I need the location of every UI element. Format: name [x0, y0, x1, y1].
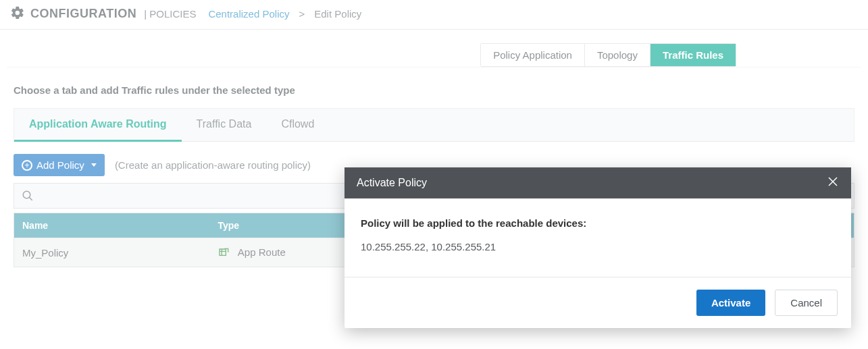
page-title: CONFIGURATION	[30, 7, 136, 21]
breadcrumb-separator: >	[299, 8, 305, 20]
caret-down-icon	[91, 163, 97, 167]
modal-footer: Activate Cancel	[344, 277, 851, 328]
page-header: CONFIGURATION | POLICIES Centralized Pol…	[0, 0, 868, 30]
modal-body-title: Policy will be applied to the reachable …	[361, 217, 835, 229]
add-policy-button[interactable]: + Add Policy	[14, 154, 105, 176]
search-icon	[14, 184, 41, 208]
page-subtitle: | POLICIES	[144, 8, 196, 20]
instruction-text: Choose a tab and add Traffic rules under…	[0, 68, 868, 103]
activate-policy-modal: Activate Policy Policy will be applied t…	[344, 167, 851, 328]
breadcrumb-current: Edit Policy	[314, 8, 361, 20]
cancel-button[interactable]: Cancel	[775, 290, 838, 316]
modal-title: Activate Policy	[357, 177, 427, 189]
subtab-cflowd[interactable]: Cflowd	[266, 109, 329, 141]
modal-close-button[interactable]	[827, 176, 839, 190]
toolbar-hint: (Create an application-aware routing pol…	[115, 159, 311, 171]
subtab-application-aware-routing[interactable]: Application Aware Routing	[14, 109, 182, 142]
modal-header: Activate Policy	[344, 167, 851, 198]
cell-type-text: App Route	[238, 246, 286, 258]
breadcrumb-centralized-policy[interactable]: Centralized Policy	[208, 8, 289, 20]
policy-type-icon	[218, 246, 238, 258]
activate-button[interactable]: Activate	[696, 290, 765, 316]
tab-topology[interactable]: Topology	[585, 44, 650, 66]
svg-point-0	[23, 191, 30, 198]
gear-icon	[10, 5, 25, 22]
col-name[interactable]: Name	[14, 213, 210, 238]
plus-icon: +	[22, 160, 32, 171]
page-subtitle-text: POLICIES	[149, 8, 196, 20]
wizard-tab-row: Policy Application Topology Traffic Rule…	[480, 43, 736, 67]
modal-body-text: 10.255.255.22, 10.255.255.21	[361, 241, 835, 252]
wizard-tab-row-wrap: Policy Application Topology Traffic Rule…	[7, 30, 861, 68]
tab-traffic-rules[interactable]: Traffic Rules	[650, 44, 736, 66]
tab-policy-application[interactable]: Policy Application	[481, 44, 585, 66]
close-icon	[827, 176, 839, 188]
subtab-row: Application Aware Routing Traffic Data C…	[14, 108, 854, 142]
cell-name: My_Policy	[14, 238, 210, 267]
svg-line-1	[29, 197, 32, 200]
modal-body: Policy will be applied to the reachable …	[344, 198, 851, 277]
add-policy-label: Add Policy	[36, 159, 84, 171]
subtab-traffic-data[interactable]: Traffic Data	[182, 109, 267, 141]
